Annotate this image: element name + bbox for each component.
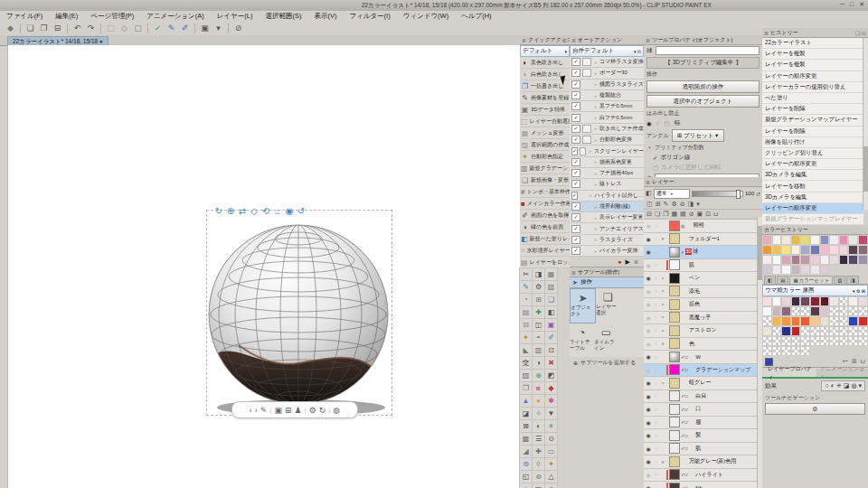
history-item[interactable]: 画像を貼り付け xyxy=(762,137,863,148)
expand-arrow-icon[interactable]: ＞ xyxy=(593,104,598,109)
expand-arrow-icon[interactable]: ＞ xyxy=(593,137,598,143)
blend-icon[interactable]: ◧ xyxy=(646,190,652,197)
color-set-swatch[interactable] xyxy=(820,306,830,316)
layer-checkbox-icon[interactable] xyxy=(653,223,659,229)
checkbox-checked-icon[interactable]: ✓ xyxy=(571,236,580,244)
quick-access-grid-icon[interactable]: ■ xyxy=(532,381,545,395)
color-set-swatch[interactable] xyxy=(848,336,858,346)
expand-arrow-icon[interactable]: ＞ xyxy=(593,237,598,242)
layer-checkbox-icon[interactable] xyxy=(653,302,659,307)
quick-access-grid-icon[interactable]: ⊛ xyxy=(532,470,545,483)
checkbox-checked-icon[interactable]: ✓ xyxy=(571,80,580,89)
approx-color-tab[interactable]: ◨ xyxy=(846,276,858,284)
history-item[interactable]: べた塗り xyxy=(762,93,863,104)
checkbox-checked-icon[interactable]: ✓ xyxy=(571,147,578,155)
menu-item[interactable]: ヘルプ(H) xyxy=(455,12,497,21)
menu-item[interactable]: アニメーション(A) xyxy=(140,12,211,21)
toolbar-icon[interactable] xyxy=(228,23,229,33)
layer-thumbnail[interactable] xyxy=(669,469,680,480)
quick-access-grid-icon[interactable]: ⊠ xyxy=(519,419,533,433)
layer-tool-icon[interactable]: ⊘ xyxy=(680,201,685,208)
layer-row[interactable]: ✓ 3D 球 xyxy=(644,246,762,259)
layer-thumbnail[interactable] xyxy=(669,286,680,296)
quick-access-grid-icon[interactable]: ◐ xyxy=(532,419,545,433)
folder-expand-icon[interactable]: > xyxy=(660,276,665,281)
checkbox-checked-icon[interactable]: ✓ xyxy=(571,91,580,99)
menu-item[interactable]: ページ管理(P) xyxy=(84,12,140,21)
color-swatch[interactable] xyxy=(762,255,772,265)
launcher-icon[interactable]: ✎ xyxy=(260,406,268,415)
visibility-eye-icon[interactable] xyxy=(645,432,652,438)
color-wheel-tab[interactable]: ◧ xyxy=(764,276,776,284)
layer-row[interactable]: > 3D アストロン xyxy=(644,324,762,338)
layer-thumbnail[interactable] xyxy=(669,456,680,467)
manipulator-icon[interactable]: ◇ xyxy=(249,206,259,216)
layer-checkbox-icon[interactable] xyxy=(653,446,659,451)
layer-row[interactable]: ✓□ 3D 白目 xyxy=(644,390,762,404)
angle-preset-button[interactable]: ⊞ プリセット ▾ xyxy=(672,129,724,142)
history-item[interactable]: レイヤーを削除 xyxy=(762,127,863,137)
visibility-eye-icon[interactable] xyxy=(645,446,652,452)
color-set-swatch[interactable] xyxy=(800,346,810,356)
color-set-swatch[interactable] xyxy=(791,296,801,306)
expand-arrow-icon[interactable]: ＞ xyxy=(593,70,598,76)
color-set-swatch[interactable] xyxy=(810,306,820,316)
color-swatch[interactable] xyxy=(810,235,820,245)
launcher-icon[interactable]: ♟ xyxy=(294,406,301,415)
quick-access-grid-icon[interactable]: ▼ xyxy=(544,407,558,420)
launcher-icon[interactable]: ◍ xyxy=(333,406,340,415)
launcher-icon[interactable]: ▣ xyxy=(274,406,282,415)
color-set-swatch[interactable] xyxy=(772,346,782,356)
history-scrollbar[interactable] xyxy=(863,38,868,210)
sub-tool-item[interactable]: ◔ ライトテーブル xyxy=(570,324,594,357)
quick-access-grid-icon[interactable]: ◊ xyxy=(532,457,545,471)
expand-arrow-icon[interactable]: ＞ xyxy=(593,204,598,210)
auto-action-item[interactable]: ✓ ＞ 白フチ0.5mm xyxy=(570,112,644,123)
quick-access-grid-icon[interactable]: ✖ xyxy=(544,356,558,370)
layer-thumbnail[interactable] xyxy=(669,443,680,454)
history-item[interactable]: レイヤーを移動 xyxy=(762,181,863,192)
quick-access-grid-icon[interactable]: ◑ xyxy=(532,356,545,370)
toolbar-icon[interactable] xyxy=(194,23,195,33)
color-set-tab[interactable]: ▦ カラーセット xyxy=(789,276,833,284)
history-item[interactable]: レイヤーを削除 xyxy=(762,104,863,115)
quick-access-grid-icon[interactable]: ▣ xyxy=(544,318,558,332)
visibility-eye-icon[interactable] xyxy=(645,353,652,360)
visibility-eye-icon[interactable] xyxy=(645,341,652,347)
auto-action-item[interactable]: ✓ ＞ スクリーンレイヤー xyxy=(570,145,644,156)
color-swatch[interactable] xyxy=(762,245,772,255)
layer-thumbnail[interactable] xyxy=(669,325,680,336)
launcher-icon[interactable]: | xyxy=(305,406,307,414)
toolbar-icon[interactable]: ⊘ xyxy=(232,23,244,34)
toolbar-icon[interactable]: ↷ xyxy=(85,23,97,34)
close-button[interactable]: ✕ xyxy=(859,1,864,8)
visibility-eye-icon[interactable] xyxy=(645,406,652,412)
effect-icon[interactable]: ◪ xyxy=(844,382,850,389)
color-set-swatch[interactable] xyxy=(781,306,791,316)
effect-icon[interactable]: ○ xyxy=(825,382,828,389)
layer-command-icon[interactable]: ⊡ xyxy=(705,211,711,218)
color-swatch[interactable] xyxy=(810,265,820,275)
auto-action-item[interactable]: ✓ ＞ 吹き出しフチ作成 xyxy=(570,124,644,135)
toolbar-icon[interactable]: ❏ xyxy=(24,23,36,34)
layer-checkbox-icon[interactable] xyxy=(653,367,659,372)
menu-item[interactable]: レイヤー(L) xyxy=(211,12,259,21)
layer-row[interactable]: ✓□ 3D 服 xyxy=(644,417,762,430)
color-swatch[interactable] xyxy=(829,255,839,265)
panel-menu-icon[interactable]: ≣ xyxy=(646,179,650,185)
panel-menu-icon[interactable]: ≣ xyxy=(764,30,769,36)
color-set-swatch[interactable] xyxy=(810,296,820,306)
toolbar-icon[interactable]: ❐ xyxy=(38,23,50,34)
color-set-swatch[interactable] xyxy=(829,306,839,316)
quick-access-grid-icon[interactable]: ✦ xyxy=(544,457,558,471)
layer-checkbox-icon[interactable] xyxy=(653,393,659,399)
quick-access-grid-icon[interactable]: ✳ xyxy=(544,419,558,433)
color-set-swatch[interactable] xyxy=(810,326,820,336)
color-swatch[interactable] xyxy=(820,265,830,275)
auto-action-item[interactable]: ✓ ＞ ハイライト以外し… xyxy=(570,191,644,202)
color-set-swatch[interactable] xyxy=(800,316,810,326)
minimize-button[interactable]: ─ xyxy=(840,1,844,8)
color-set-swatch[interactable] xyxy=(829,316,839,326)
layer-row[interactable]: > 3D ペン xyxy=(644,272,762,286)
quick-access-grid-icon[interactable]: ◔ xyxy=(519,293,533,306)
